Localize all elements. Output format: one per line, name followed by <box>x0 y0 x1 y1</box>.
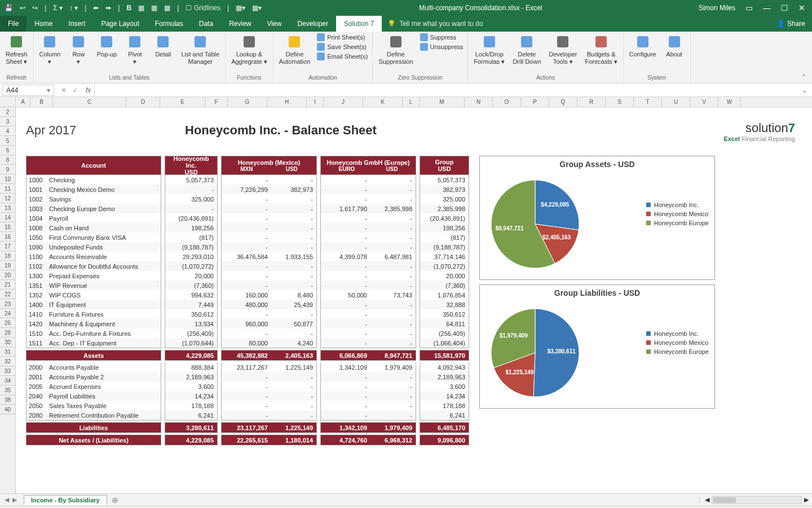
tab-formulas[interactable]: Formulas <box>147 16 191 32</box>
row-header-25[interactable]: 25 <box>0 318 15 328</box>
chart-group-liabilities[interactable]: Group Liabilities - USD $3,280,611$1,225… <box>479 284 715 409</box>
enter-icon[interactable]: ✓ <box>72 86 78 94</box>
worksheet-grid[interactable]: 2345689101112131415161718192021222324252… <box>0 107 812 493</box>
ribbon-unsuppress-button[interactable]: Unsuppress <box>419 42 465 51</box>
tab-home[interactable]: Home <box>27 16 60 32</box>
row-header-13[interactable]: 13 <box>0 203 15 213</box>
tab-nav-prev-icon[interactable]: ◀ <box>5 496 9 503</box>
ribbon-detail-button[interactable]: Detail <box>151 33 175 59</box>
tab-insert[interactable]: Insert <box>60 16 93 32</box>
col-header-L[interactable]: L <box>403 97 420 107</box>
sort-icon[interactable]: ↕ ▾ <box>69 4 78 12</box>
tell-me-search[interactable]: 💡 Tell me what you want to do <box>387 16 483 32</box>
row-header-34[interactable]: 34 <box>0 376 15 386</box>
row-header-19[interactable]: 19 <box>0 261 15 270</box>
row-header-15[interactable]: 15 <box>0 222 15 232</box>
row-header-32[interactable]: 32 <box>0 357 15 366</box>
col-header-Q[interactable]: Q <box>549 97 577 107</box>
ribbon-options-icon[interactable]: ▭ <box>745 3 753 12</box>
horizontal-scrollbar[interactable]: ⋮ ◀ ▶ <box>696 496 812 504</box>
row-header-23[interactable]: 23 <box>0 299 15 309</box>
ribbon-about-button[interactable]: About <box>662 33 687 59</box>
bold-icon[interactable]: B <box>126 4 131 12</box>
row-header-2[interactable]: 2 <box>0 107 15 117</box>
tab-view[interactable]: View <box>259 16 290 32</box>
fx-icon[interactable]: fx <box>82 86 94 94</box>
col-header-B[interactable]: B <box>30 97 53 107</box>
tab-nav-next-icon[interactable]: ▶ <box>12 496 17 503</box>
ribbon-developer-button[interactable]: Developer Tools ▾ <box>546 33 579 66</box>
close-icon[interactable]: ✕ <box>798 3 805 12</box>
ribbon-configure-button[interactable]: Configure <box>627 33 659 59</box>
ribbon-email-sheet-s--button[interactable]: Email Sheet(s) <box>316 52 369 61</box>
formula-input[interactable] <box>94 85 797 96</box>
row-header-4[interactable]: 4 <box>0 126 15 136</box>
decrease-decimal-icon[interactable]: ⬅ <box>93 4 99 12</box>
undo-icon[interactable]: ↩ <box>20 4 25 12</box>
col-header-V[interactable]: V <box>690 97 718 107</box>
row-header-38[interactable]: 38 <box>0 395 15 405</box>
row-header-18[interactable]: 18 <box>0 251 15 261</box>
ribbon-delete-button[interactable]: Delete Drill Down <box>510 33 543 66</box>
col-header-K[interactable]: K <box>363 97 403 107</box>
col-header-R[interactable]: R <box>577 97 606 107</box>
col-header-J[interactable]: J <box>324 97 363 107</box>
align-icon[interactable]: ▦▾ <box>236 4 245 12</box>
ribbon-save-sheet-s--button[interactable]: Save Sheet(s) <box>316 42 369 51</box>
row-header-9[interactable]: 9 <box>0 165 15 174</box>
row-header-28[interactable]: 28 <box>0 328 15 338</box>
tab-file[interactable]: File <box>0 16 27 32</box>
col-header-F[interactable]: F <box>205 97 228 107</box>
col-header-U[interactable]: U <box>662 97 690 107</box>
col-header-G[interactable]: G <box>228 97 267 107</box>
ribbon-define-button[interactable]: Define Suppression <box>376 33 415 66</box>
increase-decimal-icon[interactable]: ➡ <box>105 4 111 12</box>
fill-icon[interactable]: ▦ <box>151 4 157 12</box>
row-header-3[interactable]: 3 <box>0 117 15 126</box>
row-header-10[interactable]: 10 <box>0 174 15 184</box>
collapse-ribbon-icon[interactable]: ⌃ <box>796 71 812 83</box>
ribbon-print-sheet-s--button[interactable]: Print Sheet(s) <box>316 33 369 42</box>
col-header-M[interactable]: M <box>420 97 465 107</box>
gridlines-toggle[interactable]: ☐ Gridlines <box>186 4 220 12</box>
row-header-33[interactable]: 33 <box>0 366 15 376</box>
row-header-20[interactable]: 20 <box>0 270 15 280</box>
add-sheet-icon[interactable]: ⊕ <box>107 496 123 505</box>
ribbon-refresh-button[interactable]: Refresh Sheet ▾ <box>3 33 30 66</box>
row-header-17[interactable]: 17 <box>0 242 15 251</box>
tab-solution-7[interactable]: Solution 7 <box>336 16 382 32</box>
row-header-31[interactable]: 31 <box>0 347 15 357</box>
ribbon-row-button[interactable]: Row ▾ <box>66 33 91 66</box>
col-header-I[interactable]: I <box>307 97 324 107</box>
scroll-thumb[interactable] <box>713 497 736 503</box>
ribbon-suppress-button[interactable]: Suppress <box>419 33 465 42</box>
save-icon[interactable]: 💾 <box>5 4 13 12</box>
name-box[interactable]: A44 ▾ <box>2 85 54 96</box>
col-header-T[interactable]: T <box>634 97 662 107</box>
tab-review[interactable]: Review <box>221 16 259 32</box>
ribbon-lookup--button[interactable]: Lookup & Aggregrate ▾ <box>229 33 269 66</box>
row-header-5[interactable]: 5 <box>0 136 15 146</box>
ribbon-pivot-button[interactable]: Pivot ▾ <box>122 33 147 66</box>
row-header-8[interactable]: 8 <box>0 155 15 165</box>
ribbon-column-button[interactable]: Column ▾ <box>37 33 63 66</box>
autosum-icon[interactable]: Σ ▾ <box>53 4 63 12</box>
col-header-A[interactable]: A <box>16 97 30 107</box>
row-header-16[interactable]: 16 <box>0 232 15 242</box>
redo-icon[interactable]: ↪ <box>32 4 38 12</box>
user-name[interactable]: Simon Miles <box>695 4 739 12</box>
row-header-30[interactable]: 30 <box>0 338 15 347</box>
row-header-21[interactable]: 21 <box>0 280 15 290</box>
cancel-icon[interactable]: ✕ <box>61 86 67 94</box>
col-header-C[interactable]: C <box>53 97 126 107</box>
col-header-E[interactable]: E <box>160 97 205 107</box>
row-header-24[interactable]: 24 <box>0 309 15 318</box>
col-header-P[interactable]: P <box>521 97 549 107</box>
ribbon-list-and-table-button[interactable]: List and Table Manager <box>179 33 222 66</box>
row-header-35[interactable]: 35 <box>0 386 15 395</box>
select-all-corner[interactable] <box>0 97 16 107</box>
tab-data[interactable]: Data <box>191 16 221 32</box>
expand-formula-bar-icon[interactable]: ⌄ <box>797 86 812 94</box>
row-header-22[interactable]: 22 <box>0 290 15 299</box>
scroll-left-icon[interactable]: ◀ <box>705 496 709 503</box>
